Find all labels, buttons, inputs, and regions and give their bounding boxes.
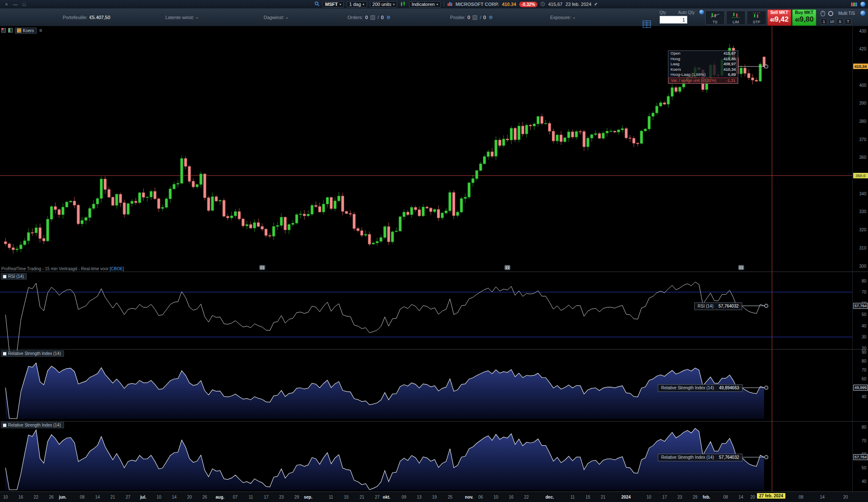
chart-type-icon[interactable] [447,1,453,7]
svg-text:60: 60 [862,377,867,381]
minimize-window-icon[interactable]: — [13,2,17,7]
qty-input[interactable] [659,16,687,24]
svg-text:27: 27 [125,495,131,499]
indicator-checkbox-icon[interactable] [3,424,6,427]
buy-market-button[interactable]: Buy MKT 409,80 [792,9,816,26]
day-profit-stat: Dagwinst: - [264,8,288,26]
palette-icon[interactable] [851,3,857,6]
position-stat: Positie: 0 / 0 ⚙ [450,8,493,26]
qty-preset-10-button[interactable]: 10 [829,19,835,25]
target-toggle-button[interactable]: T [845,19,851,25]
indicator-checkbox-icon[interactable] [3,275,6,278]
chevron-down-icon: ▾ [339,3,341,6]
symbol-dropdown[interactable]: MSFT▾ [323,1,344,8]
sell-market-button[interactable]: Sell MKT 409,42 [767,9,791,26]
orders-count-2: 0 [381,15,384,20]
svg-text:11: 11 [329,495,334,499]
lim-label: LIM [732,20,739,24]
sell-label: Sell MKT [768,10,791,15]
rsi2-tooltip: Relative Strength Index (14) 49,894663 [658,384,743,392]
units-label: 200 units [373,2,392,7]
indicator-checkbox-icon[interactable] [3,352,6,355]
position-settings-icon[interactable]: ⚙ [488,15,493,20]
svg-text:23: 23 [677,495,682,499]
mouse-trading-icon[interactable] [821,11,825,17]
units-dropdown[interactable]: 200 units▾ [370,1,398,8]
tab-koers[interactable]: Koers [15,28,37,34]
svg-text:jul.: jul. [140,495,147,499]
slash: / [378,15,379,20]
orders-stat: Orders: 0 / 0 ⚙ [348,8,391,26]
svg-text:06: 06 [478,495,483,499]
svg-text:20: 20 [187,495,192,499]
account-toolbar: Portefeuille: €5.407,50 Latente winst: -… [0,8,868,26]
position-label: Positie: [450,15,465,20]
rsi2-panel-header[interactable]: Relative Strength Index (14) [1,350,64,357]
menu-icon[interactable]: ≡ [39,28,42,33]
multi-ts-label[interactable]: Multi T/S [838,11,855,16]
cboe-link[interactable]: [CBOE] [110,266,124,271]
maximize-window-icon[interactable]: □ [22,2,25,7]
low-value: 408,97 [723,61,736,67]
orders-list-icon[interactable] [370,15,376,20]
indicators-dropdown[interactable]: Indicatoren▾ [409,1,440,8]
change-badge: -0.32% [519,2,538,7]
window-split-icon[interactable] [1,27,6,34]
svg-text:50: 50 [862,312,867,317]
close-window-icon[interactable]: × [5,2,8,7]
svg-text:340: 340 [859,191,866,196]
svg-text:dec.: dec. [545,495,554,499]
order-type-lim-button[interactable]: LIM [726,11,746,25]
svg-text:430: 430 [859,29,866,33]
svg-text:10: 10 [3,495,8,499]
candlestick-style-icon[interactable] [400,1,406,8]
crosshair-point-icon [765,304,768,308]
horizontal-line-axis-marker[interactable]: 350.0 [853,173,868,178]
multi-ts-globe-icon[interactable] [860,11,865,16]
rsi3-panel-header[interactable]: Relative Strength Index (14) [1,422,64,428]
stp-label: STP [753,20,760,24]
svg-text:17: 17 [264,495,269,499]
order-grid-icon[interactable] [643,20,651,29]
buy-label: Buy MKT [793,10,816,15]
stop-toggle-button[interactable]: S [837,19,843,25]
qty-preset-1-button[interactable]: 1 [821,19,827,25]
search-icon[interactable] [314,1,320,7]
low-label: Laag [670,61,679,67]
svg-text:25: 25 [448,495,453,499]
order-type-ts-button[interactable]: TS [705,11,725,25]
auto-qty-label[interactable]: Auto Qty [678,10,695,15]
globe-icon[interactable] [860,2,865,7]
watermark-text: ProRealTime Trading - 15 min Vertraagd -… [1,266,108,271]
rsi2-tooltip-label: Relative Strength Index (14) [661,385,714,391]
svg-text:2024: 2024 [621,495,631,499]
rsi-panel-header[interactable]: RSI (14) [1,273,27,280]
koers-tab-icon [17,28,21,33]
open-label: Open [670,51,680,56]
window-grid-icon[interactable] [8,27,13,34]
timeframe-dropdown[interactable]: 1 dag▾ [347,1,367,8]
position-list-icon[interactable] [472,15,478,20]
rsi2-tooltip-value: 49,894663 [719,385,739,391]
edit-pencil-icon[interactable] [594,2,599,7]
rsi3-tooltip: Relative Strength Index (14) 57,764032 [658,454,743,461]
svg-text:07: 07 [233,495,238,499]
orders-label: Orders: [348,15,363,20]
svg-text:08: 08 [80,495,85,499]
svg-text:sep.: sep. [304,495,312,499]
alert-ring-icon[interactable] [828,11,833,16]
last-price-axis-marker: 410,34 [853,64,868,69]
svg-text:310: 310 [859,246,866,250]
timeframe-label: 1 dag [349,2,361,7]
latent-profit-value: - [196,15,198,20]
svg-text:27: 27 [375,495,380,499]
auto-qty-indicator-icon[interactable] [699,10,704,14]
svg-text:16: 16 [509,495,514,499]
company-name: MICROSOFT CORP. [456,2,499,7]
orders-settings-icon[interactable]: ⚙ [386,15,391,20]
svg-text:15: 15 [344,495,349,499]
svg-text:21: 21 [601,495,606,499]
svg-text:29: 29 [294,495,299,499]
order-type-stp-button[interactable]: STP [747,11,766,25]
svg-text:400: 400 [859,83,866,88]
